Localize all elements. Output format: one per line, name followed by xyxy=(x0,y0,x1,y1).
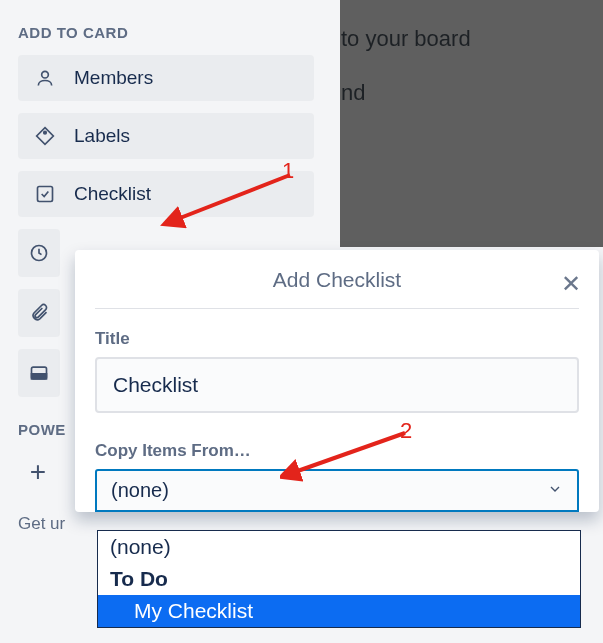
labels-button[interactable]: Labels xyxy=(18,113,314,159)
attachment-button[interactable] xyxy=(18,289,60,337)
menu-item-label: Members xyxy=(74,67,153,89)
checkbox-icon xyxy=(34,183,56,205)
person-icon xyxy=(34,67,56,89)
popover-title: Add Checklist xyxy=(273,268,401,291)
svg-point-0 xyxy=(42,71,49,78)
card-icon xyxy=(28,362,50,384)
annotation-label-2: 2 xyxy=(400,418,412,444)
menu-item-label: Labels xyxy=(74,125,130,147)
attachment-icon xyxy=(28,302,50,324)
title-field-label: Title xyxy=(95,329,579,349)
tag-icon xyxy=(34,125,56,147)
dropdown-option-todo[interactable]: To Do xyxy=(98,563,580,595)
close-icon[interactable]: ✕ xyxy=(561,270,581,298)
section-title: ADD TO CARD xyxy=(18,24,322,41)
checklist-button[interactable]: Checklist xyxy=(18,171,314,217)
cover-button[interactable] xyxy=(18,349,60,397)
copy-items-dropdown: (none) To Do My Checklist xyxy=(97,530,581,628)
background-text-2: nd xyxy=(341,80,365,106)
svg-rect-5 xyxy=(32,374,47,379)
menu-item-label: Checklist xyxy=(74,183,151,205)
add-checklist-popover: Add Checklist ✕ Title Copy Items From… (… xyxy=(75,250,599,512)
plus-icon: + xyxy=(30,456,46,488)
add-powerup-button[interactable]: + xyxy=(18,452,58,492)
background-text-1: to your board xyxy=(341,26,471,52)
select-value: (none) xyxy=(111,479,169,502)
clock-icon xyxy=(28,242,50,264)
dropdown-option-none[interactable]: (none) xyxy=(98,531,580,563)
svg-rect-2 xyxy=(38,187,53,202)
dates-button[interactable] xyxy=(18,229,60,277)
copy-items-label: Copy Items From… xyxy=(95,441,579,461)
title-input[interactable] xyxy=(95,357,579,413)
annotation-label-1: 1 xyxy=(282,158,294,184)
chevron-down-icon xyxy=(547,479,563,502)
dropdown-option-mychecklist[interactable]: My Checklist xyxy=(98,595,580,627)
members-button[interactable]: Members xyxy=(18,55,314,101)
svg-point-1 xyxy=(44,131,47,134)
popover-header: Add Checklist ✕ xyxy=(95,268,579,309)
copy-items-select[interactable]: (none) xyxy=(95,469,579,512)
